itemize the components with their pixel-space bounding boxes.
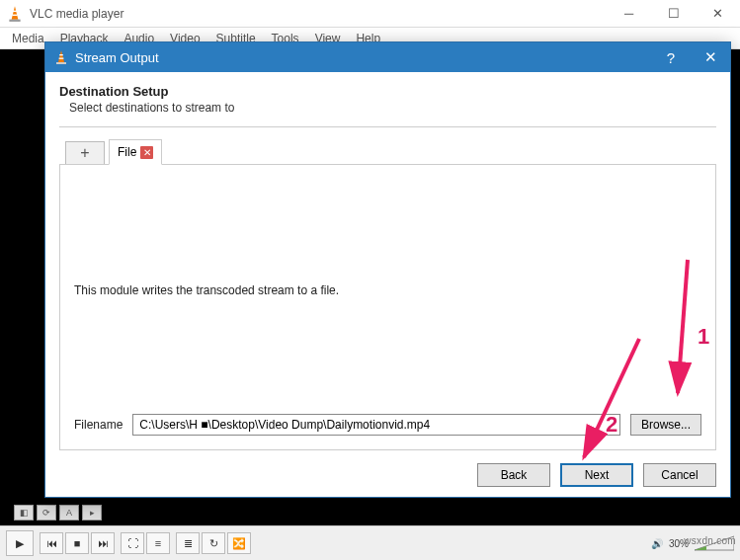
watermark: wsxdn.com <box>684 535 736 546</box>
dialog-help-button[interactable]: ? <box>651 42 691 72</box>
add-destination-button[interactable]: + <box>65 141 105 165</box>
playlist-button[interactable]: ≣ <box>176 532 200 554</box>
dialog-close-button[interactable]: ✕ <box>691 42 730 72</box>
svg-rect-3 <box>12 14 17 15</box>
back-button[interactable]: Back <box>477 463 550 487</box>
maximize-button[interactable]: ☐ <box>651 0 696 28</box>
filename-label: Filename <box>74 418 123 432</box>
dialog-titlebar: Stream Output ? ✕ <box>45 42 730 72</box>
svg-marker-0 <box>12 6 19 20</box>
main-window-title: VLC media player <box>30 7 607 21</box>
vlc-cone-icon <box>6 5 24 23</box>
play-button[interactable]: ▶ <box>6 530 34 556</box>
stream-output-dialog: Stream Output ? ✕ Destination Setup Sele… <box>44 41 731 498</box>
filename-input[interactable] <box>132 414 620 436</box>
svg-rect-9 <box>59 58 64 59</box>
cancel-button[interactable]: Cancel <box>643 463 716 487</box>
shuffle-button[interactable]: 🔀 <box>227 532 251 554</box>
next-button[interactable]: Next <box>560 463 633 487</box>
svg-marker-6 <box>58 50 64 62</box>
fullscreen-button[interactable]: ⛶ <box>121 532 144 554</box>
dialog-body: Destination Setup Select destinations to… <box>45 72 730 460</box>
loop-button[interactable]: ↻ <box>202 532 225 554</box>
mini-btn-2[interactable]: ⟳ <box>37 505 56 520</box>
window-controls: ─ ☐ ✕ <box>607 0 740 28</box>
svg-rect-8 <box>59 54 63 55</box>
tab-close-icon[interactable]: ✕ <box>140 146 153 159</box>
tabstrip: + File ✕ <box>65 137 716 165</box>
prev-button[interactable]: ⏮ <box>40 532 63 554</box>
ext-settings-button[interactable]: ≡ <box>146 532 170 554</box>
mini-btn-1[interactable]: ◧ <box>14 505 34 520</box>
module-description: This module writes the transcoded stream… <box>74 283 701 297</box>
close-button[interactable]: ✕ <box>696 0 740 28</box>
svg-rect-7 <box>56 62 66 64</box>
mini-btn-4[interactable]: ▸ <box>82 505 102 520</box>
browse-button[interactable]: Browse... <box>630 414 701 436</box>
vlc-cone-icon <box>53 49 69 65</box>
next-button[interactable]: ⏭ <box>91 532 115 554</box>
main-titlebar: VLC media player ─ ☐ ✕ <box>0 0 740 28</box>
tab-file[interactable]: File ✕ <box>109 139 162 165</box>
minimize-button[interactable]: ─ <box>607 0 651 28</box>
divider <box>59 126 716 127</box>
tab-panel-file: This module writes the transcoded stream… <box>59 164 716 450</box>
dialog-heading: Destination Setup <box>59 84 716 99</box>
player-controls: ▶ ⏮ ■ ⏭ ⛶ ≡ ≣ ↻ 🔀 🔊 30% <box>0 525 740 560</box>
dialog-subheading: Select destinations to stream to <box>69 101 716 115</box>
mini-toolbar: ◧ ⟳ A ▸ <box>14 505 102 520</box>
tab-file-label: File <box>118 145 136 159</box>
svg-rect-2 <box>13 10 17 11</box>
filename-row: Filename Browse... <box>74 414 701 436</box>
dialog-footer: Back Next Cancel <box>477 463 716 487</box>
stop-button[interactable]: ■ <box>65 532 89 554</box>
svg-rect-1 <box>9 19 20 21</box>
speaker-icon[interactable]: 🔊 <box>651 538 663 549</box>
mini-btn-3[interactable]: A <box>59 505 79 520</box>
dialog-title: Stream Output <box>75 50 651 65</box>
